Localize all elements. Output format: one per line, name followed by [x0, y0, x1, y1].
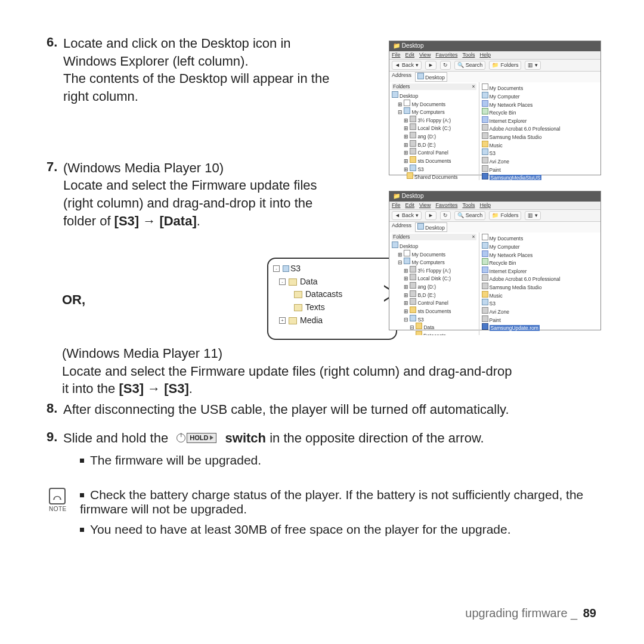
page-number: 89 — [583, 606, 596, 620]
step-6-text: Locate and click on the Desktop icon in … — [63, 35, 329, 106]
explorer2-address: Address Desktop — [389, 222, 600, 233]
explorer1-menu: FileEditViewFavoritesToolsHelp — [389, 51, 600, 59]
explorer-window-2: 📁 Desktop FileEditViewFavoritesToolsHelp… — [389, 191, 601, 330]
s3-tree-callout: -S3 -Data Datacasts Texts +Media — [267, 258, 397, 340]
explorer-window-1: 📁 Desktop FileEditViewFavoritesToolsHelp… — [389, 41, 601, 175]
power-icon — [177, 434, 185, 442]
explorer2-toolbar: ◄ Back ▾ ► ↻ 🔍 Search 📁 Folders ▥ ▾ — [389, 209, 600, 222]
step-9-text: Slide and hold the HOLD switch in the op… — [63, 429, 484, 447]
step-7-number: 7. — [47, 159, 63, 175]
note-label: NOTE — [49, 506, 66, 512]
wmp11-block: (Windows Media Player 11) Locate and sel… — [62, 345, 599, 398]
page-footer: upgrading firmware _ 89 — [465, 606, 596, 620]
note-icon: NOTE — [49, 488, 66, 512]
step-8-text: After disconnecting the USB cable, the p… — [63, 401, 509, 419]
step-8: 8. After disconnecting the USB cable, th… — [47, 401, 599, 419]
step-7-text: (Windows Media Player 10) Locate and sel… — [63, 159, 317, 230]
explorer2-title: 📁 Desktop — [389, 191, 600, 202]
step-9: 9. Slide and hold the HOLD switch in the… — [47, 429, 599, 447]
explorer1-title: 📁 Desktop — [389, 41, 600, 51]
step-8-number: 8. — [47, 401, 63, 416]
footer-section: upgrading firmware _ — [465, 606, 577, 620]
sub-bullet-3: You need to have at least 30MB of free s… — [80, 522, 599, 537]
explorer1-address: Address Desktop — [389, 72, 600, 82]
explorer2-menu: FileEditViewFavoritesToolsHelp — [389, 202, 600, 209]
sub-bullet-1: The firmware will be upgraded. — [80, 453, 599, 467]
hold-switch-icon: HOLD — [177, 433, 216, 443]
step-9-number: 9. — [47, 429, 63, 445]
sub-bullet-2: Check the battery charge status of the p… — [80, 488, 599, 516]
explorer1-toolbar: ◄ Back ▾ ► ↻ 🔍 Search 📁 Folders ▥ ▾ — [389, 59, 600, 72]
step-6-number: 6. — [47, 35, 63, 50]
or-label: OR, — [62, 292, 85, 308]
